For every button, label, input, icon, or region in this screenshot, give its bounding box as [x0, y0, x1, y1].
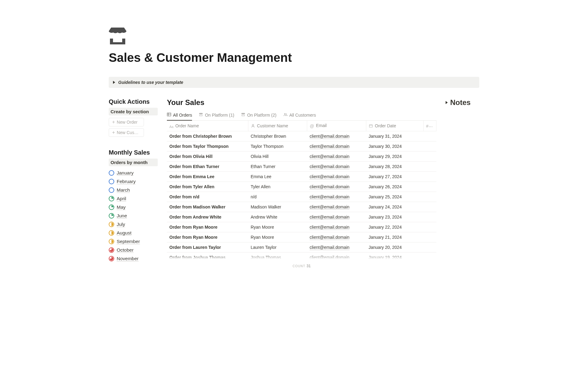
svg-point-3 [109, 170, 114, 175]
table-row[interactable]: Order from Joshua ThomasJoshua Thomascli… [167, 253, 436, 263]
monthly-sales-heading: Monthly Sales [109, 149, 158, 156]
month-november[interactable]: November [109, 254, 158, 263]
table-row[interactable]: Order from Brittany AndersonBrittany And… [167, 263, 436, 263]
tab-on-platform-1[interactable]: On Platform (1) [199, 110, 234, 121]
cell-email: client@email.domain [307, 242, 366, 253]
plus-icon: + [112, 130, 115, 135]
month-march[interactable]: March [109, 186, 158, 194]
month-july[interactable]: July [109, 220, 158, 229]
month-label: July [117, 222, 125, 227]
cell-email: client@email.domain [307, 222, 366, 232]
table-row[interactable]: Order from Lauren TaylorLauren Taylorcli… [167, 242, 436, 253]
column-header-order_date[interactable]: Order Date [366, 121, 424, 131]
cell-order-name: Order from Christopher Brown [167, 131, 248, 141]
quick-actions-heading: Quick Actions [109, 98, 158, 105]
tab-label: All Orders [173, 113, 192, 118]
orders-by-month-label: Orders by month [109, 159, 158, 166]
month-january[interactable]: January [109, 169, 158, 177]
your-sales-heading: Your Sales [167, 98, 436, 107]
month-october[interactable]: October [109, 246, 158, 254]
month-august[interactable]: August [109, 229, 158, 237]
tab-all-orders[interactable]: All Orders [167, 110, 192, 121]
month-label: August [117, 230, 131, 236]
cell-customer: Tyler Allen [248, 182, 307, 192]
cell-order-date: January 27, 2024 [366, 172, 424, 182]
guidelines-toggle[interactable]: Guidelines to use your template [109, 77, 479, 88]
cell-order-date: January 22, 2024 [366, 222, 424, 232]
column-header-quantity[interactable]: #C [424, 121, 436, 131]
progress-circle-icon [109, 170, 114, 176]
table-row[interactable]: Order from Emma LeeEmma Leeclient@email.… [167, 172, 436, 182]
table-row[interactable]: Order from Andrew WhiteAndrew Whiteclien… [167, 212, 436, 222]
table-icon [167, 112, 171, 118]
table-row[interactable]: Order from Christopher BrownChristopher … [167, 131, 436, 141]
cell-quantity [424, 172, 436, 182]
progress-circle-icon [109, 204, 114, 210]
month-may[interactable]: May [109, 203, 158, 212]
table-row[interactable]: Order from Madison WalkerMadison Walkerc… [167, 202, 436, 212]
column-header-email[interactable]: @Email [307, 121, 366, 131]
progress-circle-icon [109, 213, 114, 219]
new-order-button[interactable]: +New Order [109, 118, 144, 126]
svg-rect-22 [369, 125, 372, 127]
cell-email: client@email.domain [307, 182, 366, 192]
table-row[interactable]: Order from n/dn/dclient@email.domainJanu… [167, 192, 436, 202]
svg-rect-17 [200, 115, 202, 116]
cell-quantity [424, 263, 436, 263]
new-customer-button[interactable]: +New Cus… [109, 128, 144, 137]
tab-all-customers[interactable]: All Customers [283, 110, 316, 121]
column-header-customer[interactable]: Customer Name [248, 121, 307, 131]
svg-rect-14 [167, 113, 171, 116]
button-label: New Cus… [117, 130, 138, 135]
cell-order-date: January 23, 2024 [366, 212, 424, 222]
guidelines-label: Guidelines to use your template [118, 80, 183, 85]
table-row[interactable]: Order from Ryan MooreRyan Mooreclient@em… [167, 232, 436, 242]
cell-quantity [424, 212, 436, 222]
month-february[interactable]: February [109, 177, 158, 186]
plus-icon: + [112, 120, 115, 125]
progress-circle-icon [109, 230, 114, 236]
notes-toggle[interactable]: Notes [446, 98, 479, 107]
cell-order-date: January 30, 2024 [366, 141, 424, 152]
cell-email: client@email.domain [307, 162, 366, 172]
cell-quantity [424, 162, 436, 172]
cell-email: client@email.domain [307, 172, 366, 182]
cell-email: client@email.domain [307, 232, 366, 242]
cell-customer: Lauren Taylor [248, 242, 307, 253]
tab-on-platform-2[interactable]: On Platform (2) [241, 110, 277, 121]
cell-order-name: Order from Joshua Thomas [167, 253, 248, 263]
progress-circle-icon [109, 196, 114, 201]
cell-order-date: January 26, 2024 [366, 182, 424, 192]
svg-point-5 [109, 188, 114, 193]
cell-quantity [424, 141, 436, 152]
cell-order-name: Order from Olivia Hill [167, 152, 248, 162]
month-label: May [117, 204, 126, 210]
column-label: Customer Name [257, 123, 288, 128]
cell-quantity [424, 202, 436, 212]
table-row[interactable]: Order from Ethan TurnerEthan Turnerclien… [167, 162, 436, 172]
month-april[interactable]: April [109, 194, 158, 203]
table-row[interactable]: Order from Tyler AllenTyler Allenclient@… [167, 182, 436, 192]
column-header-order_name[interactable]: AaOrder Name [167, 121, 248, 131]
table-row[interactable]: Order from Taylor ThompsonTaylor Thompso… [167, 141, 436, 152]
cell-quantity [424, 192, 436, 202]
cell-quantity [424, 232, 436, 242]
month-september[interactable]: September [109, 237, 158, 246]
cell-order-date: January 18, 2024 [366, 263, 424, 263]
cell-order-date: January 20, 2024 [366, 242, 424, 253]
table-row[interactable]: Order from Ryan MooreRyan Mooreclient@em… [167, 222, 436, 232]
cell-email: client@email.domain [307, 263, 366, 263]
cell-quantity [424, 131, 436, 141]
month-june[interactable]: June [109, 212, 158, 220]
cell-order-name: Order from n/d [167, 192, 248, 202]
column-label: Order Name [175, 123, 199, 128]
cell-order-name: Order from Tyler Allen [167, 182, 248, 192]
table-row[interactable]: Order from Olivia HillOlivia Hillclient@… [167, 152, 436, 162]
cell-order-name: Order from Andrew White [167, 212, 248, 222]
cell-email: client@email.domain [307, 212, 366, 222]
cell-order-name: Order from Lauren Taylor [167, 242, 248, 253]
month-label: April [117, 196, 126, 201]
cell-customer: Joshua Thomas [248, 253, 307, 263]
cell-order-date: January 24, 2024 [366, 202, 424, 212]
svg-point-21 [252, 125, 254, 126]
